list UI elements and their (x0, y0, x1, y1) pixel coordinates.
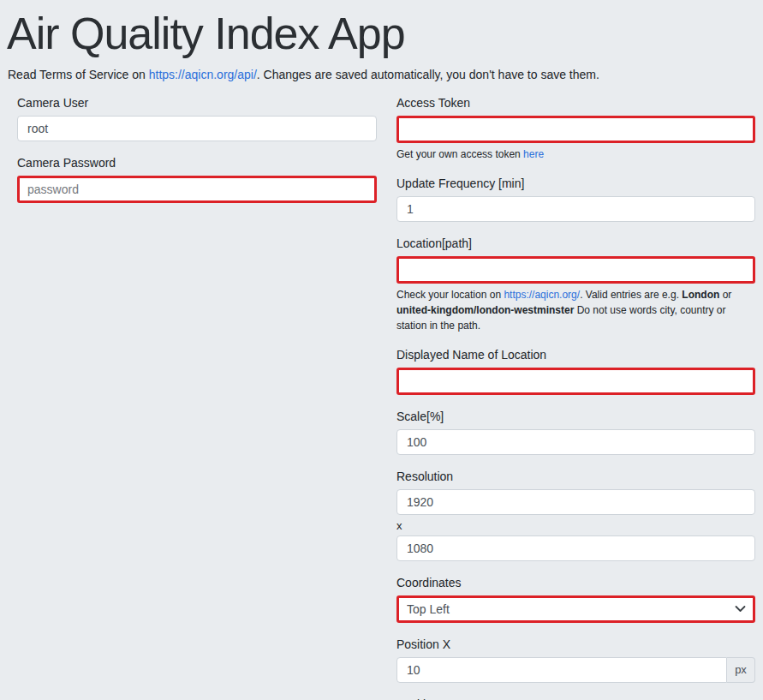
displayed-name-label: Displayed Name of Location (396, 348, 755, 362)
scale-label: Scale[%] (396, 410, 755, 423)
displayed-name-group: Displayed Name of Location (396, 348, 755, 395)
coordinates-group: Coordinates Top Left (396, 576, 755, 623)
coordinates-select-wrap: Top Left (396, 595, 755, 623)
access-token-here-link[interactable]: here (523, 148, 544, 160)
coordinates-select[interactable]: Top Left (396, 595, 755, 623)
terms-note: Read Terms of Service on https://aqicn.o… (8, 68, 755, 81)
app-page: Air Quality Index App Read Terms of Serv… (0, 0, 763, 700)
terms-of-service-link[interactable]: https://aqicn.org/api/ (149, 68, 257, 81)
location-help-example-1: London (682, 289, 719, 301)
camera-password-input[interactable] (17, 176, 377, 203)
location-help-part3: or (719, 289, 731, 301)
scale-input[interactable] (396, 429, 755, 455)
camera-password-group: Camera Password (17, 156, 377, 203)
camera-user-input[interactable] (17, 116, 377, 141)
location-path-input[interactable] (396, 256, 755, 284)
position-x-label: Position X (396, 637, 755, 651)
terms-note-prefix: Read Terms of Service on (8, 68, 149, 81)
position-x-group: Position X px (396, 637, 755, 683)
resolution-label: Resolution (396, 470, 755, 483)
aqicn-link[interactable]: https://aqicn.org/ (504, 289, 580, 301)
access-token-label: Access Token (396, 96, 755, 110)
camera-user-group: Camera User (17, 96, 377, 141)
position-x-input-group: px (396, 657, 755, 683)
position-x-unit: px (727, 657, 755, 683)
right-column: Access Token Get your own access token h… (396, 96, 755, 700)
coordinates-label: Coordinates (396, 576, 755, 589)
update-frequency-input[interactable] (396, 196, 755, 222)
update-frequency-label: Update Frequency [min] (396, 176, 755, 190)
resolution-width-input[interactable] (396, 489, 755, 515)
camera-password-label: Camera Password (17, 156, 377, 170)
location-help-part2: . Valid entries are e.g. (580, 289, 682, 301)
location-path-help: Check your location on https://aqicn.org… (396, 287, 755, 333)
location-path-label: Location[path] (396, 236, 755, 250)
terms-note-suffix: . Changes are saved automatically, you d… (257, 68, 599, 81)
scale-group: Scale[%] (396, 410, 755, 455)
location-help-part1: Check your location on (396, 289, 504, 301)
location-path-group: Location[path] Check your location on ht… (396, 236, 755, 333)
access-token-help: Get your own access token here (396, 147, 755, 162)
resolution-group: Resolution x (396, 470, 755, 561)
resolution-height-input[interactable] (396, 535, 755, 561)
access-token-input[interactable] (396, 116, 755, 143)
page-title: Air Quality Index App (7, 9, 755, 60)
left-column: Camera User Camera Password (17, 96, 377, 700)
position-x-input[interactable] (396, 657, 727, 683)
access-token-help-text: Get your own access token (396, 148, 523, 160)
camera-user-label: Camera User (17, 96, 377, 110)
resolution-x-label: x (396, 519, 755, 532)
access-token-group: Access Token Get your own access token h… (396, 96, 755, 162)
displayed-name-input[interactable] (396, 368, 755, 395)
location-help-example-2: united-kingdom/london-westminster (396, 304, 574, 316)
settings-form: Camera User Camera Password Access Token… (17, 96, 755, 700)
update-frequency-group: Update Frequency [min] (396, 176, 755, 222)
